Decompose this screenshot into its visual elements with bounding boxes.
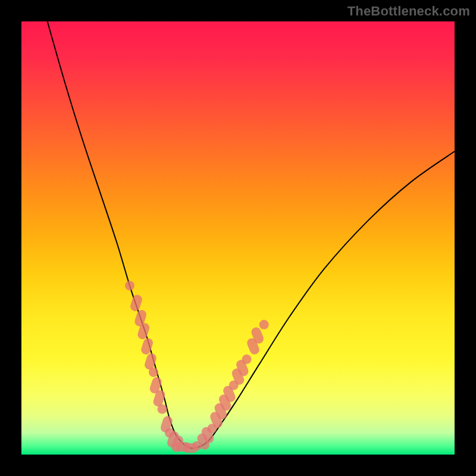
data-point: [129, 293, 143, 312]
chart-root: TheBottleneck.com: [0, 0, 476, 476]
data-point: [149, 368, 158, 377]
data-point: [242, 355, 252, 364]
watermark-text: TheBottleneck.com: [347, 4, 470, 19]
data-point: [259, 320, 269, 330]
data-point: [125, 281, 134, 290]
data-points-layer: [125, 281, 269, 453]
curve-layer: [21, 21, 455, 455]
plot-area: [21, 21, 455, 455]
data-point: [158, 405, 167, 414]
bottleneck-curve: [48, 21, 455, 448]
